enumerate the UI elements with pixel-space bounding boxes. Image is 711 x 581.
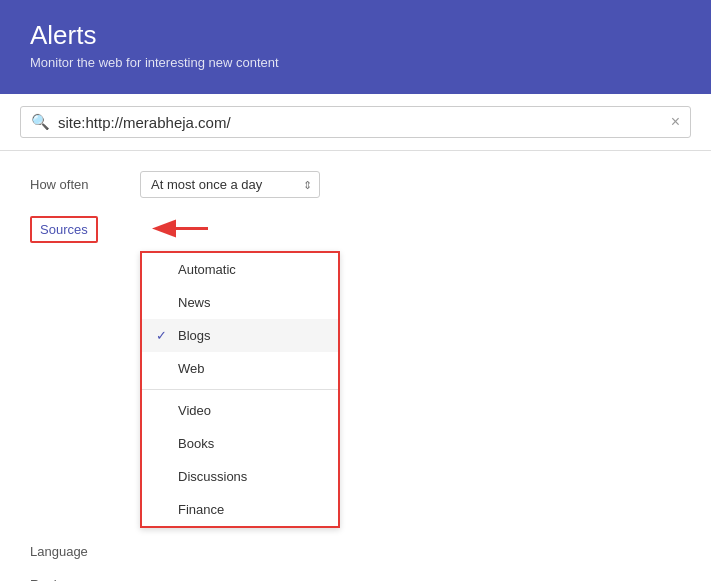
sources-label[interactable]: Sources [30,216,98,243]
books-label: Books [178,436,214,451]
search-icon: 🔍 [31,113,50,131]
news-label: News [178,295,211,310]
search-clear-icon[interactable]: × [671,113,680,131]
automatic-label: Automatic [178,262,236,277]
dropdown-item-video[interactable]: Video [142,394,338,427]
sources-dropdown: Automatic News ✓ Blogs Web Video [140,251,340,528]
how-often-label: How often [30,177,140,192]
dropdown-item-news[interactable]: News [142,286,338,319]
sources-section: Sources Automatic News ✓ Blogs Web [30,216,681,528]
dropdown-divider [142,389,338,390]
search-bar: 🔍 × [20,106,691,138]
dropdown-item-discussions[interactable]: Discussions [142,460,338,493]
page-subtitle: Monitor the web for interesting new cont… [30,55,681,70]
page-title: Alerts [30,20,681,51]
language-label: Language [30,544,140,559]
dropdown-item-automatic[interactable]: Automatic [142,253,338,286]
how-often-select-wrapper: At most once a day As-it-happens At most… [140,171,320,198]
arrow-indicator [138,213,218,246]
search-input[interactable] [58,114,671,131]
how-often-select[interactable]: At most once a day As-it-happens At most… [140,171,320,198]
form-section: How often At most once a day As-it-happe… [0,151,711,581]
language-row: Language [30,544,681,559]
dropdown-item-blogs[interactable]: ✓ Blogs [142,319,338,352]
region-row: Region [30,577,681,581]
web-label: Web [178,361,205,376]
search-bar-section: 🔍 × [0,94,711,151]
page-header: Alerts Monitor the web for interesting n… [0,0,711,94]
dropdown-item-finance[interactable]: Finance [142,493,338,526]
sources-row: Sources [30,216,681,243]
checkmark-icon: ✓ [156,328,167,343]
dropdown-item-web[interactable]: Web [142,352,338,385]
region-label: Region [30,577,140,581]
video-label: Video [178,403,211,418]
discussions-label: Discussions [178,469,247,484]
how-often-row: How often At most once a day As-it-happe… [30,171,681,198]
blogs-label: Blogs [178,328,211,343]
finance-label: Finance [178,502,224,517]
dropdown-item-books[interactable]: Books [142,427,338,460]
